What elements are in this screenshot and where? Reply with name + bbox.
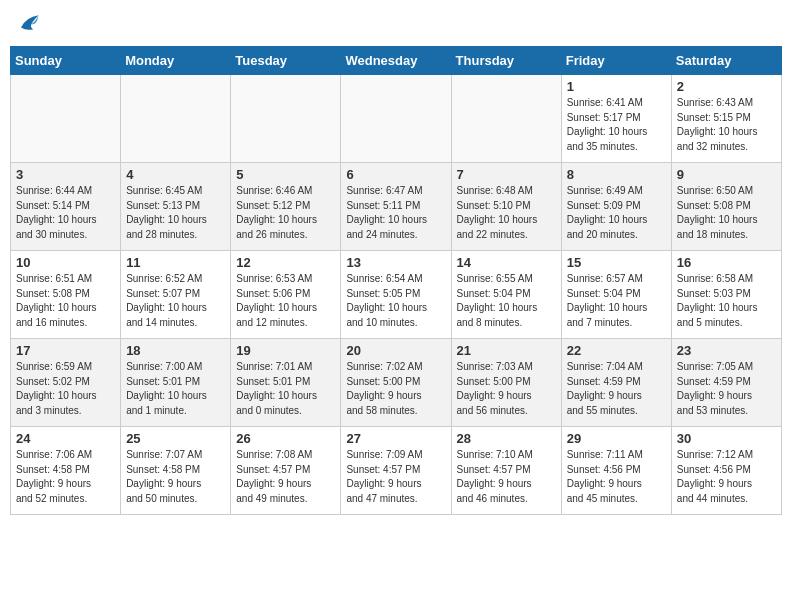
day-number: 19 bbox=[236, 343, 335, 358]
week-row: 3Sunrise: 6:44 AMSunset: 5:14 PMDaylight… bbox=[11, 163, 782, 251]
day-number: 1 bbox=[567, 79, 666, 94]
day-number: 28 bbox=[457, 431, 556, 446]
day-info: Sunrise: 6:57 AMSunset: 5:04 PMDaylight:… bbox=[567, 272, 666, 330]
day-cell: 16Sunrise: 6:58 AMSunset: 5:03 PMDayligh… bbox=[671, 251, 781, 339]
day-info: Sunrise: 7:01 AMSunset: 5:01 PMDaylight:… bbox=[236, 360, 335, 418]
day-info: Sunrise: 6:46 AMSunset: 5:12 PMDaylight:… bbox=[236, 184, 335, 242]
day-cell: 11Sunrise: 6:52 AMSunset: 5:07 PMDayligh… bbox=[121, 251, 231, 339]
header-friday: Friday bbox=[561, 47, 671, 75]
day-cell: 14Sunrise: 6:55 AMSunset: 5:04 PMDayligh… bbox=[451, 251, 561, 339]
day-info: Sunrise: 6:59 AMSunset: 5:02 PMDaylight:… bbox=[16, 360, 115, 418]
day-cell: 5Sunrise: 6:46 AMSunset: 5:12 PMDaylight… bbox=[231, 163, 341, 251]
day-number: 20 bbox=[346, 343, 445, 358]
day-info: Sunrise: 7:06 AMSunset: 4:58 PMDaylight:… bbox=[16, 448, 115, 506]
day-number: 25 bbox=[126, 431, 225, 446]
day-number: 13 bbox=[346, 255, 445, 270]
day-info: Sunrise: 6:45 AMSunset: 5:13 PMDaylight:… bbox=[126, 184, 225, 242]
day-info: Sunrise: 6:58 AMSunset: 5:03 PMDaylight:… bbox=[677, 272, 776, 330]
day-number: 29 bbox=[567, 431, 666, 446]
header bbox=[10, 10, 782, 38]
day-number: 21 bbox=[457, 343, 556, 358]
logo-icon bbox=[14, 10, 42, 38]
day-info: Sunrise: 7:09 AMSunset: 4:57 PMDaylight:… bbox=[346, 448, 445, 506]
day-number: 14 bbox=[457, 255, 556, 270]
day-number: 30 bbox=[677, 431, 776, 446]
day-cell: 10Sunrise: 6:51 AMSunset: 5:08 PMDayligh… bbox=[11, 251, 121, 339]
day-number: 9 bbox=[677, 167, 776, 182]
header-thursday: Thursday bbox=[451, 47, 561, 75]
day-number: 27 bbox=[346, 431, 445, 446]
header-row: SundayMondayTuesdayWednesdayThursdayFrid… bbox=[11, 47, 782, 75]
day-info: Sunrise: 7:02 AMSunset: 5:00 PMDaylight:… bbox=[346, 360, 445, 418]
week-row: 10Sunrise: 6:51 AMSunset: 5:08 PMDayligh… bbox=[11, 251, 782, 339]
day-number: 8 bbox=[567, 167, 666, 182]
header-tuesday: Tuesday bbox=[231, 47, 341, 75]
day-cell: 25Sunrise: 7:07 AMSunset: 4:58 PMDayligh… bbox=[121, 427, 231, 515]
day-cell: 9Sunrise: 6:50 AMSunset: 5:08 PMDaylight… bbox=[671, 163, 781, 251]
day-info: Sunrise: 6:41 AMSunset: 5:17 PMDaylight:… bbox=[567, 96, 666, 154]
day-cell: 17Sunrise: 6:59 AMSunset: 5:02 PMDayligh… bbox=[11, 339, 121, 427]
day-cell: 3Sunrise: 6:44 AMSunset: 5:14 PMDaylight… bbox=[11, 163, 121, 251]
day-cell: 26Sunrise: 7:08 AMSunset: 4:57 PMDayligh… bbox=[231, 427, 341, 515]
header-wednesday: Wednesday bbox=[341, 47, 451, 75]
day-cell: 24Sunrise: 7:06 AMSunset: 4:58 PMDayligh… bbox=[11, 427, 121, 515]
day-info: Sunrise: 7:00 AMSunset: 5:01 PMDaylight:… bbox=[126, 360, 225, 418]
logo bbox=[14, 10, 46, 38]
day-cell: 19Sunrise: 7:01 AMSunset: 5:01 PMDayligh… bbox=[231, 339, 341, 427]
day-number: 7 bbox=[457, 167, 556, 182]
day-cell: 15Sunrise: 6:57 AMSunset: 5:04 PMDayligh… bbox=[561, 251, 671, 339]
day-number: 12 bbox=[236, 255, 335, 270]
week-row: 1Sunrise: 6:41 AMSunset: 5:17 PMDaylight… bbox=[11, 75, 782, 163]
day-cell bbox=[231, 75, 341, 163]
day-cell: 23Sunrise: 7:05 AMSunset: 4:59 PMDayligh… bbox=[671, 339, 781, 427]
day-cell: 8Sunrise: 6:49 AMSunset: 5:09 PMDaylight… bbox=[561, 163, 671, 251]
day-cell: 7Sunrise: 6:48 AMSunset: 5:10 PMDaylight… bbox=[451, 163, 561, 251]
day-number: 23 bbox=[677, 343, 776, 358]
day-info: Sunrise: 7:07 AMSunset: 4:58 PMDaylight:… bbox=[126, 448, 225, 506]
day-info: Sunrise: 6:53 AMSunset: 5:06 PMDaylight:… bbox=[236, 272, 335, 330]
day-cell: 21Sunrise: 7:03 AMSunset: 5:00 PMDayligh… bbox=[451, 339, 561, 427]
day-info: Sunrise: 6:54 AMSunset: 5:05 PMDaylight:… bbox=[346, 272, 445, 330]
day-cell: 6Sunrise: 6:47 AMSunset: 5:11 PMDaylight… bbox=[341, 163, 451, 251]
day-info: Sunrise: 6:47 AMSunset: 5:11 PMDaylight:… bbox=[346, 184, 445, 242]
day-cell: 28Sunrise: 7:10 AMSunset: 4:57 PMDayligh… bbox=[451, 427, 561, 515]
day-number: 22 bbox=[567, 343, 666, 358]
day-cell: 30Sunrise: 7:12 AMSunset: 4:56 PMDayligh… bbox=[671, 427, 781, 515]
day-number: 24 bbox=[16, 431, 115, 446]
day-cell: 20Sunrise: 7:02 AMSunset: 5:00 PMDayligh… bbox=[341, 339, 451, 427]
day-info: Sunrise: 6:48 AMSunset: 5:10 PMDaylight:… bbox=[457, 184, 556, 242]
day-cell: 12Sunrise: 6:53 AMSunset: 5:06 PMDayligh… bbox=[231, 251, 341, 339]
day-cell: 2Sunrise: 6:43 AMSunset: 5:15 PMDaylight… bbox=[671, 75, 781, 163]
day-number: 16 bbox=[677, 255, 776, 270]
day-info: Sunrise: 7:11 AMSunset: 4:56 PMDaylight:… bbox=[567, 448, 666, 506]
day-number: 18 bbox=[126, 343, 225, 358]
day-number: 26 bbox=[236, 431, 335, 446]
day-cell: 22Sunrise: 7:04 AMSunset: 4:59 PMDayligh… bbox=[561, 339, 671, 427]
day-info: Sunrise: 6:50 AMSunset: 5:08 PMDaylight:… bbox=[677, 184, 776, 242]
day-cell bbox=[121, 75, 231, 163]
day-number: 10 bbox=[16, 255, 115, 270]
day-cell: 18Sunrise: 7:00 AMSunset: 5:01 PMDayligh… bbox=[121, 339, 231, 427]
day-info: Sunrise: 7:04 AMSunset: 4:59 PMDaylight:… bbox=[567, 360, 666, 418]
day-info: Sunrise: 6:55 AMSunset: 5:04 PMDaylight:… bbox=[457, 272, 556, 330]
calendar-table: SundayMondayTuesdayWednesdayThursdayFrid… bbox=[10, 46, 782, 515]
day-number: 11 bbox=[126, 255, 225, 270]
day-number: 3 bbox=[16, 167, 115, 182]
day-cell: 29Sunrise: 7:11 AMSunset: 4:56 PMDayligh… bbox=[561, 427, 671, 515]
day-info: Sunrise: 6:43 AMSunset: 5:15 PMDaylight:… bbox=[677, 96, 776, 154]
day-info: Sunrise: 6:49 AMSunset: 5:09 PMDaylight:… bbox=[567, 184, 666, 242]
header-monday: Monday bbox=[121, 47, 231, 75]
day-info: Sunrise: 6:52 AMSunset: 5:07 PMDaylight:… bbox=[126, 272, 225, 330]
day-number: 5 bbox=[236, 167, 335, 182]
day-info: Sunrise: 6:51 AMSunset: 5:08 PMDaylight:… bbox=[16, 272, 115, 330]
day-cell bbox=[11, 75, 121, 163]
day-info: Sunrise: 7:12 AMSunset: 4:56 PMDaylight:… bbox=[677, 448, 776, 506]
day-number: 6 bbox=[346, 167, 445, 182]
day-info: Sunrise: 7:03 AMSunset: 5:00 PMDaylight:… bbox=[457, 360, 556, 418]
day-cell bbox=[341, 75, 451, 163]
day-info: Sunrise: 6:44 AMSunset: 5:14 PMDaylight:… bbox=[16, 184, 115, 242]
day-number: 17 bbox=[16, 343, 115, 358]
day-cell: 13Sunrise: 6:54 AMSunset: 5:05 PMDayligh… bbox=[341, 251, 451, 339]
day-info: Sunrise: 7:10 AMSunset: 4:57 PMDaylight:… bbox=[457, 448, 556, 506]
day-cell: 4Sunrise: 6:45 AMSunset: 5:13 PMDaylight… bbox=[121, 163, 231, 251]
